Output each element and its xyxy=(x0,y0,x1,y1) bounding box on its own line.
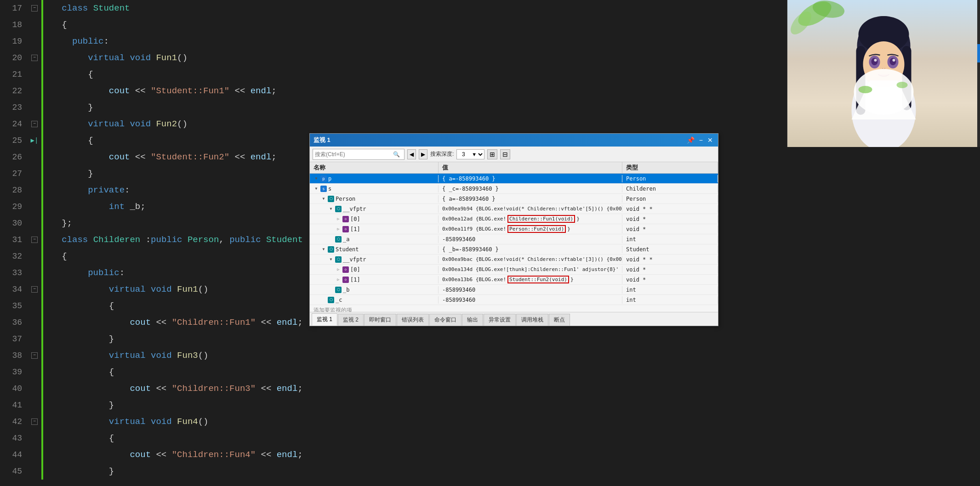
watch-row-student[interactable]: ▼ ⬡ Student { _b=-858993460 } Student xyxy=(310,244,718,254)
var-icon-idx1-2: ◇ xyxy=(342,277,349,283)
tab-immediate[interactable]: 即时窗口 xyxy=(364,314,396,326)
expand-student[interactable]: ▼ xyxy=(321,247,326,252)
watch-row-p[interactable]: ▼ p p { a=-858993460 } Person xyxy=(310,174,718,184)
green-bar-39 xyxy=(41,364,43,380)
line-num-40: 40 xyxy=(0,380,28,397)
code-line-39: 39 { xyxy=(0,364,515,380)
name-cell-idx1-1: ▷ ◇ [1] xyxy=(310,226,439,233)
tab-watch1[interactable]: 监视 1 xyxy=(312,313,337,326)
value-cell-s: { _c=-858993460 } xyxy=(439,185,622,192)
expand-person[interactable]: ▼ xyxy=(321,196,326,202)
nav-back-button[interactable]: ◀ xyxy=(407,149,416,159)
anime-panel xyxy=(787,0,980,147)
watch-row-idx1-2[interactable]: ▷ ◇ [1] 0x00ea13b6 {BLOG.exe!Student::Fu… xyxy=(310,275,718,285)
line-content-40: cout << "Children::Fun3" << endl; xyxy=(46,380,515,397)
gutter-17[interactable]: − xyxy=(28,5,41,11)
green-bar-33 xyxy=(41,265,43,281)
watch-row-vfptr1[interactable]: ▼ ⬡ __vfptr 0x00ea9b94 {BLOG.exe!void(* … xyxy=(310,204,718,214)
line-num-44: 44 xyxy=(0,446,28,463)
green-bar-31 xyxy=(41,232,43,248)
depth-input[interactable] xyxy=(457,151,470,158)
var-icon-vfptr1: ⬡ xyxy=(335,206,342,212)
svg-point-17 xyxy=(893,59,895,62)
gutter-24[interactable]: − xyxy=(28,121,41,127)
code-line-37: 37 } xyxy=(0,331,515,347)
expand-vfptr1[interactable]: ▼ xyxy=(328,206,334,212)
line-num-32: 32 xyxy=(0,248,28,265)
line-content-43: { xyxy=(46,430,515,446)
search-box[interactable]: 🔍 xyxy=(313,149,405,160)
expand-a xyxy=(328,237,334,242)
tab-errors[interactable]: 错误列表 xyxy=(397,314,429,326)
watch-row-idx0-2[interactable]: ▷ ◇ [0] 0x00ea134d {BLOG.exe![thunk]:Chi… xyxy=(310,265,718,275)
value-cell-student: { _b=-858993460 } xyxy=(439,246,622,253)
watch-pin-icon[interactable]: 📌 xyxy=(685,136,696,144)
watch-row-a[interactable]: ⬡ _a -858993460 int xyxy=(310,234,718,244)
expand-idx1-2[interactable]: ▷ xyxy=(336,277,341,283)
depth-control[interactable]: ▼ xyxy=(456,149,484,159)
green-bar-38 xyxy=(41,347,43,364)
tab-callstack[interactable]: 调用堆栈 xyxy=(516,314,548,326)
code-line-44: 44 cout << "Children::Fun4" << endl; xyxy=(0,446,515,463)
watch-toolbar: 🔍 ◀ ▶ 搜索深度: ▼ ⊞ ⊟ xyxy=(310,147,718,162)
expand-icon-btn[interactable]: ⊟ xyxy=(500,149,510,159)
watch-minimize-icon[interactable]: − xyxy=(698,136,704,144)
watch-row-c[interactable]: ⬡ _c -858993460 int xyxy=(310,295,718,305)
expand-s[interactable]: ▼ xyxy=(313,186,319,192)
name-cell-c: ⬡ _c xyxy=(310,296,439,304)
watch-close-icon[interactable]: ✕ xyxy=(706,136,714,144)
name-cell-a: ⬡ _a xyxy=(310,236,439,243)
nav-forward-button[interactable]: ▶ xyxy=(419,149,427,159)
tab-output[interactable]: 输出 xyxy=(462,314,483,326)
redbox-fun2: Person::Fun2(void) xyxy=(507,225,566,233)
tab-breakpoints[interactable]: 断点 xyxy=(549,314,570,326)
green-bar-23 xyxy=(41,99,43,116)
value-cell-person: { a=-858993460 } xyxy=(439,195,622,203)
code-line-38: 38 − virtual void Fun3() xyxy=(0,347,515,364)
line-num-37: 37 xyxy=(0,331,28,347)
expand-idx0-2[interactable]: ▷ xyxy=(336,267,341,272)
expand-idx0-1[interactable]: ▷ xyxy=(336,216,341,222)
watch-row-b[interactable]: ⬡ _b -858993460 int xyxy=(310,285,718,295)
green-bar-35 xyxy=(41,298,43,314)
code-line-24: 24 − virtual void Fun2() xyxy=(0,116,515,132)
expand-vfptr2[interactable]: ▼ xyxy=(328,257,334,262)
anime-scrollbar[interactable] xyxy=(977,0,980,147)
var-name-idx0-1: [0] xyxy=(350,216,360,222)
tab-watch2[interactable]: 监视 2 xyxy=(338,314,364,326)
var-name-s: s xyxy=(328,186,331,192)
watch-row-idx0-1[interactable]: ▷ ◇ [0] 0x00ea12ad {BLOG.exe!Childeren::… xyxy=(310,214,718,224)
code-line-19: 19 public: xyxy=(0,33,515,50)
gutter-42[interactable]: − xyxy=(28,418,41,425)
line-num-27: 27 xyxy=(0,165,28,182)
tab-exceptions[interactable]: 异常设置 xyxy=(484,314,516,326)
tab-command[interactable]: 命令窗口 xyxy=(429,314,462,326)
expand-p[interactable]: ▼ xyxy=(313,176,319,181)
watch-window-title: 监视 1 xyxy=(313,136,330,144)
watch-row-person[interactable]: ▼ ⬡ Person { a=-858993460 } Person xyxy=(310,194,718,204)
watch-add-row[interactable]: 添加要监视的项 xyxy=(310,305,718,312)
depth-select[interactable]: ▼ xyxy=(470,151,484,158)
anime-scrollbar-thumb[interactable] xyxy=(977,44,980,62)
line-num-42: 42 xyxy=(0,413,28,430)
filter-icon-btn[interactable]: ⊞ xyxy=(487,149,497,159)
gutter-20[interactable]: − xyxy=(28,55,41,61)
svg-point-19 xyxy=(859,86,872,93)
redbox-fun1: Childeren::Fun1(void) xyxy=(507,215,575,223)
gutter-34[interactable]: − xyxy=(28,286,41,293)
name-cell-b: ⬡ _b xyxy=(310,286,439,294)
line-num-35: 35 xyxy=(0,298,28,314)
gutter-31[interactable]: − xyxy=(28,237,41,243)
var-icon-c: ⬡ xyxy=(328,297,334,303)
gutter-38[interactable]: − xyxy=(28,352,41,359)
search-icon: 🔍 xyxy=(393,151,400,158)
watch-row-s[interactable]: ▼ s s { _c=-858993460 } Childeren xyxy=(310,184,718,194)
type-cell-vfptr1: void * * xyxy=(622,205,718,213)
expand-idx1-1[interactable]: ▷ xyxy=(336,226,341,232)
search-input[interactable] xyxy=(315,151,393,158)
svg-point-16 xyxy=(874,59,877,62)
watch-row-idx1-1[interactable]: ▷ ◇ [1] 0x00ea11f9 {BLOG.exe!Person::Fun… xyxy=(310,224,718,234)
code-line-20: 20 − virtual void Fun1() xyxy=(0,50,515,66)
watch-row-vfptr2[interactable]: ▼ ⬡ __vfptr 0x00ea9bac {BLOG.exe!void(* … xyxy=(310,254,718,265)
line-content-19: public: xyxy=(46,33,515,50)
